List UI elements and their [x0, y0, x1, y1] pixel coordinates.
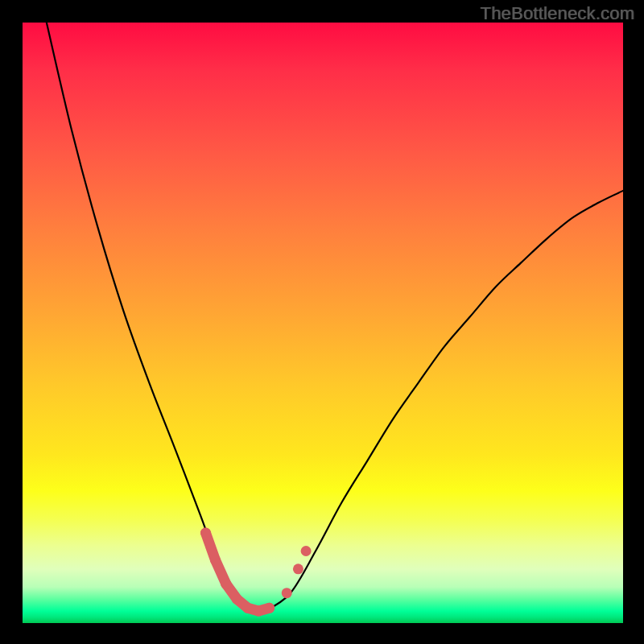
marker-group — [200, 528, 312, 617]
chart-stage: TheBottleneck.com — [0, 0, 644, 644]
bottleneck-curve — [47, 23, 623, 613]
marker-leading — [206, 533, 226, 584]
marker-dot — [293, 564, 303, 574]
marker-dot — [282, 588, 292, 598]
marker-dot — [301, 546, 312, 556]
bottleneck-curve-svg — [23, 23, 623, 623]
watermark-text: TheBottleneck.com — [0, 3, 644, 24]
marker-valley-floor — [226, 584, 270, 612]
